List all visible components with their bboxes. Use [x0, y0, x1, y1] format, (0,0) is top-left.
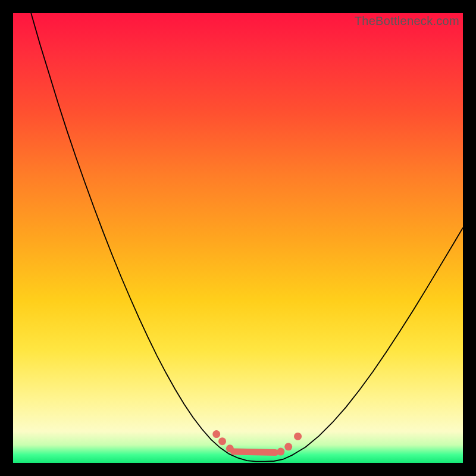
marker-dot — [218, 437, 226, 445]
marker-segment — [233, 452, 275, 453]
chart-svg — [13, 13, 463, 463]
bottleneck-curve — [31, 13, 463, 462]
chart-frame: TheBottleneck.com — [0, 0, 476, 476]
marker-dot — [226, 444, 234, 452]
marker-dot — [294, 433, 302, 440]
marker-dot — [277, 448, 284, 456]
marker-dot — [212, 430, 220, 438]
chart-plot-area: TheBottleneck.com — [13, 13, 463, 463]
marker-dot — [284, 443, 292, 450]
